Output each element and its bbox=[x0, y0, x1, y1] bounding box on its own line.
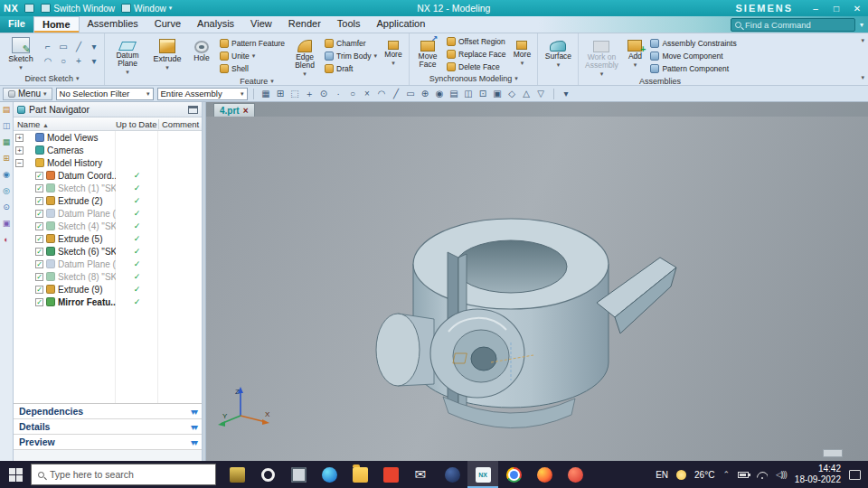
orient-view-icon[interactable]: ◇ bbox=[505, 88, 519, 100]
expand-toggle[interactable] bbox=[25, 260, 33, 268]
tree-row[interactable]: ✓ Sketch (8) "SK... ✓ bbox=[14, 270, 202, 283]
tree-row[interactable]: + Cameras bbox=[14, 144, 202, 156]
hidden-icons-caret[interactable]: ⌃ bbox=[722, 470, 730, 479]
intersection-icon[interactable]: × bbox=[361, 88, 374, 100]
datum-plane-button[interactable]: Datum Plane▾ bbox=[108, 35, 147, 77]
line-icon[interactable]: ╱ bbox=[71, 40, 86, 53]
group-label-assemblies[interactable]: Assemblies bbox=[579, 77, 741, 86]
render-style-icon[interactable]: ▣ bbox=[491, 88, 505, 100]
rectangle-icon[interactable]: ▭ bbox=[56, 40, 71, 53]
app-dark-icon[interactable] bbox=[437, 461, 467, 488]
command-finder[interactable] bbox=[731, 18, 855, 32]
pattern-component-button[interactable]: Pattern Component bbox=[648, 63, 738, 75]
assembly-navigator-icon[interactable]: ▤ bbox=[3, 106, 11, 114]
part-tab[interactable]: 4.prt × bbox=[213, 103, 255, 117]
expand-toggle[interactable] bbox=[25, 235, 33, 243]
expand-toggle[interactable] bbox=[25, 172, 33, 180]
window-select-icon[interactable]: ⬚ bbox=[288, 88, 302, 100]
visibility-checkbox[interactable]: ✓ bbox=[35, 184, 43, 192]
tree-row[interactable]: ✓ Extrude (9) ✓ bbox=[14, 283, 202, 296]
find-command-input[interactable] bbox=[745, 20, 851, 30]
part-navigator-icon[interactable]: ▦ bbox=[3, 138, 11, 146]
more-sync-button[interactable]: More▾ bbox=[509, 35, 534, 72]
profile-icon[interactable]: ⌐ bbox=[41, 40, 55, 53]
app-chrome-icon[interactable] bbox=[498, 461, 529, 488]
more-curve-icon[interactable]: ▾ bbox=[87, 40, 101, 53]
menu-file[interactable]: File bbox=[0, 16, 33, 33]
taskbar-search-input[interactable] bbox=[50, 469, 209, 480]
visibility-checkbox[interactable]: ✓ bbox=[35, 197, 43, 205]
resize-grip[interactable] bbox=[823, 449, 843, 457]
move-component-button[interactable]: Move Component bbox=[648, 51, 738, 62]
cad-model[interactable] bbox=[206, 117, 864, 461]
section-preview[interactable]: Preview ▾▾ bbox=[14, 435, 202, 450]
expand-toggle[interactable] bbox=[25, 248, 33, 256]
tree-row[interactable]: ✓ Datum Plane (... ✓ bbox=[14, 207, 202, 220]
expand-toggle[interactable]: + bbox=[15, 134, 24, 142]
language-indicator[interactable]: EN bbox=[656, 470, 668, 480]
tab-application[interactable]: Application bbox=[369, 16, 434, 33]
work-on-assembly-button[interactable]: Work on Assembly▾ bbox=[581, 35, 621, 77]
hd3d-tools-icon[interactable]: ◉ bbox=[3, 171, 10, 179]
tab-view[interactable]: View bbox=[242, 16, 280, 33]
action-center-icon[interactable] bbox=[849, 470, 861, 480]
ribbon-label-caret-icon[interactable]: ▾ bbox=[861, 74, 864, 81]
roles-icon[interactable]: ◐ bbox=[4, 236, 8, 244]
trim-body-button[interactable]: Trim Body▾ bbox=[323, 51, 379, 62]
expand-toggle[interactable] bbox=[25, 273, 33, 281]
highlight-icon[interactable]: ＋ bbox=[303, 88, 316, 100]
selection-filter-dropdown[interactable]: No Selection Filter▾ bbox=[56, 88, 154, 100]
tree-row[interactable]: − Model History bbox=[14, 156, 202, 169]
app-opera-icon[interactable] bbox=[252, 461, 283, 488]
more-curve2-icon[interactable]: ▾ bbox=[87, 54, 101, 68]
column-up-to-date[interactable]: Up to Date bbox=[116, 119, 158, 129]
draft-button[interactable]: Draft bbox=[323, 63, 379, 75]
ribbon-options-caret-icon[interactable]: ▾ bbox=[855, 21, 868, 29]
battery-icon[interactable] bbox=[738, 472, 749, 478]
mail-icon[interactable] bbox=[406, 461, 437, 488]
reuse-library-icon[interactable]: ⊞ bbox=[3, 155, 10, 163]
minimize-button[interactable]: – bbox=[808, 4, 823, 14]
tab-curve[interactable]: Curve bbox=[146, 16, 189, 33]
visibility-checkbox[interactable] bbox=[25, 146, 33, 155]
window-menu-button[interactable]: Window▾ bbox=[121, 4, 172, 14]
app-edge-icon[interactable] bbox=[314, 461, 344, 488]
circle-icon[interactable]: ○ bbox=[56, 54, 71, 68]
arc-icon[interactable]: ◠ bbox=[41, 54, 55, 68]
file-explorer-icon[interactable] bbox=[344, 461, 375, 488]
tree-row[interactable]: ✓ Extrude (5) ✓ bbox=[14, 232, 202, 245]
pattern-feature-button[interactable]: Pattern Feature bbox=[218, 38, 287, 50]
expand-toggle[interactable]: + bbox=[15, 146, 24, 155]
visibility-checkbox[interactable]: ✓ bbox=[35, 222, 43, 230]
shaded-view-icon[interactable]: ▤ bbox=[448, 88, 461, 100]
quadrant-icon[interactable]: ⊕ bbox=[419, 88, 432, 100]
nx-app-icon[interactable] bbox=[467, 461, 498, 488]
fillet-icon[interactable]: + bbox=[71, 54, 86, 68]
tree-row[interactable]: ✓ Sketch (1) "SK... ✓ bbox=[14, 182, 202, 194]
tree-row[interactable]: ✓ Mirror Featu... ✓ bbox=[14, 296, 202, 308]
task-view-icon[interactable] bbox=[283, 461, 314, 488]
hole-button[interactable]: Hole bbox=[187, 35, 216, 77]
app-red2-icon[interactable] bbox=[560, 461, 590, 488]
switch-window-button[interactable]: Switch Window bbox=[41, 4, 115, 14]
expand-toggle[interactable] bbox=[25, 210, 33, 218]
wireframe-icon[interactable]: ◫ bbox=[462, 88, 476, 100]
clock[interactable]: 14:42 18-09-2022 bbox=[795, 464, 841, 486]
process-studio-icon[interactable]: ▣ bbox=[3, 220, 11, 228]
shell-button[interactable]: Shell bbox=[218, 63, 287, 75]
save-icon[interactable] bbox=[24, 4, 34, 13]
edge-blend-button[interactable]: Edge Blend▾ bbox=[288, 35, 321, 77]
offset-region-button[interactable]: Offset Region bbox=[445, 35, 507, 47]
temperature-label[interactable]: 26°C bbox=[694, 470, 714, 480]
face-snap-icon[interactable]: ▭ bbox=[404, 88, 418, 100]
tree-row[interactable]: ✓ Sketch (4) "SK... ✓ bbox=[14, 220, 202, 232]
expand-toggle[interactable] bbox=[25, 286, 33, 294]
app-temple-icon[interactable] bbox=[222, 461, 252, 488]
endpoint-icon[interactable]: ∙ bbox=[332, 88, 345, 100]
section-dependencies[interactable]: Dependencies ▾▾ bbox=[14, 404, 202, 419]
more-tools-caret-icon[interactable]: ▾ bbox=[560, 88, 573, 100]
expand-toggle[interactable]: − bbox=[15, 159, 24, 167]
visibility-checkbox[interactable]: ✓ bbox=[35, 286, 43, 294]
start-button[interactable] bbox=[0, 461, 31, 488]
line-snap-icon[interactable]: ╱ bbox=[390, 88, 403, 100]
